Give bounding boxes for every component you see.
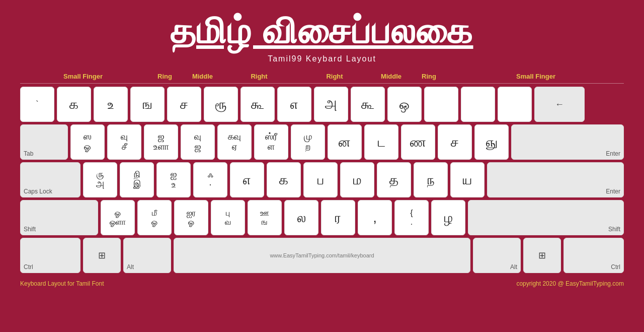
key-pu-va-char: புவ (225, 209, 231, 226)
key-sri-la[interactable]: ஸ்ரீள (254, 124, 288, 160)
key-o-ola-char: ஓஓளா (110, 209, 126, 226)
key-shift-left[interactable]: Shift (20, 200, 98, 235)
key-koo2[interactable]: கூ (351, 87, 385, 122)
key-kavu-e[interactable]: கவுஏ (217, 124, 252, 160)
backspace-icon: ← (555, 99, 564, 110)
finger-labels-row: Small Finger Ring Middle Right Right Mid… (20, 73, 624, 84)
key-u-char: உ (108, 97, 114, 112)
key-na-char: ன (339, 135, 351, 150)
row-5: Ctrl ⊞ Alt www.EasyTamilTyping.com/tamil… (20, 238, 624, 273)
key-uu-ng-char: ஊங (260, 209, 269, 226)
key-koo[interactable]: கூ (240, 87, 275, 122)
key-s-o-char: ஸஓ (84, 132, 92, 152)
key-o-ola[interactable]: ஓஓளா (101, 200, 135, 235)
key-ma-char: ம (353, 173, 361, 187)
key-la[interactable]: ல (284, 200, 318, 235)
key-aytham[interactable]: ஃ· (193, 162, 227, 197)
key-ra[interactable]: ர (321, 200, 355, 235)
keyboard-rows: ` க உ ங ச ரூ கூ எ அ (20, 87, 624, 273)
key-k-char: க (69, 97, 78, 112)
win-left-icon: ⊞ (98, 250, 106, 261)
row-2: Tab ஸஓ வுசீ ஜஉளா வுஜ கவுஏ ஸ்ரீள முற (20, 124, 624, 160)
key-e[interactable]: எ (277, 87, 311, 122)
key-sa[interactable]: ச (438, 124, 472, 160)
key-ma[interactable]: ம (340, 162, 374, 197)
key-na[interactable]: ன (328, 124, 362, 160)
key-air-o[interactable]: ஐரஓ (174, 200, 208, 235)
key-ruu[interactable]: ரூ (204, 87, 238, 122)
key-tab[interactable]: Tab (20, 124, 68, 160)
key-mu-ra[interactable]: முற (291, 124, 325, 160)
key-empty2[interactable] (461, 87, 495, 122)
title-tamil: தமிழ் விசைப்பலகை (171, 10, 473, 52)
shift-left-label: Shift (24, 226, 36, 233)
key-space[interactable]: www.EasyTamilTyping.com/tamil/keyboard (174, 238, 470, 273)
key-ya[interactable]: ய (450, 162, 485, 197)
key-k[interactable]: க (57, 87, 91, 122)
key-vu-ji-char: வுசீ (121, 132, 128, 152)
key-ai-u[interactable]: ஐஉ (156, 162, 191, 197)
key-a-char: அ (325, 97, 337, 112)
ctrl-right-label: Ctrl (611, 263, 620, 271)
key-mi-o[interactable]: மீஓ (137, 200, 172, 235)
key-ye-char: எ (243, 173, 251, 187)
key-ka-char: க (279, 173, 288, 187)
key-ni-i-char: நிஇ (133, 170, 141, 190)
key-ye[interactable]: எ (230, 162, 264, 197)
key-enter[interactable]: Enter (511, 124, 624, 160)
key-tha[interactable]: த (377, 162, 411, 197)
key-pu-va[interactable]: புவ (211, 200, 245, 235)
key-shift-right[interactable]: Shift (468, 200, 624, 235)
footer-left: Keyboard Layout for Tamil Font (20, 280, 104, 287)
key-alt-right[interactable]: Alt (473, 238, 521, 273)
key-caps-lock[interactable]: Caps Lock (20, 162, 80, 197)
key-nga[interactable]: ங (130, 87, 165, 122)
key-win-right[interactable]: ⊞ (523, 238, 561, 273)
key-va-ji-char: வுஜ (194, 132, 201, 152)
key-a[interactable]: அ (314, 87, 348, 122)
key-backspace[interactable]: ← (534, 87, 585, 122)
key-nyu[interactable]: ஞு (474, 124, 509, 160)
key-empty1[interactable] (424, 87, 458, 122)
key-cha-char: ச (180, 97, 188, 112)
key-vu-ji[interactable]: வுசீ (107, 124, 141, 160)
key-period-char: {. (410, 209, 413, 226)
key-enter2[interactable]: Enter (487, 162, 624, 197)
key-va-ji[interactable]: வுஜ (181, 124, 215, 160)
key-cha[interactable]: ச (167, 87, 201, 122)
key-ctrl-right[interactable]: Ctrl (564, 238, 624, 273)
space-label: www.EasyTamilTyping.com/tamil/keyboard (270, 252, 374, 258)
key-ctrl-left[interactable]: Ctrl (20, 238, 80, 273)
key-empty3[interactable] (498, 87, 532, 122)
key-ka[interactable]: க (267, 162, 301, 197)
fl-right-left: Right (221, 73, 297, 80)
key-nga-char: ங (143, 97, 152, 112)
key-ni-i[interactable]: நிஇ (120, 162, 154, 197)
keyboard-container: Small Finger Ring Middle Right Right Mid… (20, 73, 624, 273)
fl-middle-left: Middle (184, 73, 221, 80)
ctrl-left-label: Ctrl (24, 263, 33, 271)
key-zha[interactable]: ழ (431, 200, 465, 235)
key-comma[interactable]: , (358, 200, 392, 235)
key-o[interactable]: ஒ (387, 87, 422, 122)
key-backtick[interactable]: ` (20, 87, 54, 122)
key-tha-char: த (389, 173, 398, 187)
key-period[interactable]: {. (394, 200, 429, 235)
key-ja-ula[interactable]: ஜஉளா (144, 124, 178, 160)
key-aytham-char: ஃ· (208, 170, 213, 190)
key-win-left[interactable]: ⊞ (83, 238, 121, 273)
key-kavu-e-char: கவுஏ (228, 132, 241, 152)
key-ta[interactable]: ட (364, 124, 398, 160)
key-pa[interactable]: ப (303, 162, 338, 197)
key-nha[interactable]: ந (414, 162, 448, 197)
key-e-char: எ (290, 97, 298, 112)
enter-label: Enter (606, 150, 620, 157)
key-nna[interactable]: ண (401, 124, 435, 160)
row-1: ` க உ ங ச ரூ கூ எ அ (20, 87, 624, 122)
key-ru-a[interactable]: ருஅ (83, 162, 117, 197)
key-alt-left[interactable]: Alt (123, 238, 171, 273)
key-uu-ng[interactable]: ஊங (248, 200, 282, 235)
key-s-o[interactable]: ஸஓ (70, 124, 105, 160)
title-subtitle: Tamil99 Keybard Layout (268, 54, 376, 63)
key-u[interactable]: உ (94, 87, 128, 122)
